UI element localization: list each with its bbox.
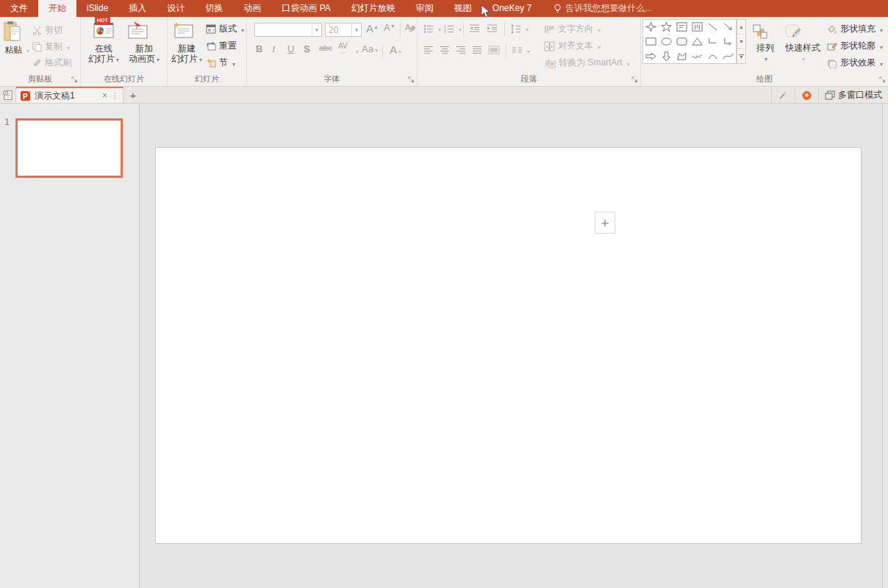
cut-button[interactable]: 剪切	[32, 24, 62, 37]
tab-close-icon[interactable]: ×	[102, 90, 107, 101]
spacing-dropdown[interactable]	[354, 45, 359, 56]
shape-right-arrow[interactable]	[643, 49, 659, 63]
clipboard-dialog-launcher[interactable]	[71, 76, 78, 83]
align-text-button[interactable]: 对齐文本	[544, 40, 601, 52]
numbering-button[interactable]: 123	[444, 24, 462, 34]
slide-canvas[interactable]: +	[155, 147, 862, 544]
magic-wand-button[interactable]	[771, 87, 795, 103]
online-slides-dropdown[interactable]	[115, 54, 119, 64]
section-button[interactable]: 节	[206, 57, 235, 69]
font-dialog-launcher[interactable]	[408, 76, 415, 83]
font-color-button[interactable]: A	[390, 43, 401, 56]
change-case-button[interactable]: Aa	[362, 43, 378, 54]
quick-styles-button[interactable]: 快速样式	[784, 23, 822, 65]
shape-elbow-connector[interactable]	[705, 35, 720, 49]
gallery-more-button[interactable]: ▼	[737, 49, 745, 63]
menu-tab-onekey[interactable]: OneKey 7	[482, 0, 542, 17]
menu-tab-islide[interactable]: iSlide	[76, 0, 118, 17]
new-animation-page-button[interactable]: 新加 动画页	[125, 21, 163, 65]
font-size-select[interactable]: ▾	[325, 23, 362, 37]
drawing-dialog-launcher[interactable]	[879, 76, 886, 83]
reset-button[interactable]: 重置	[206, 40, 237, 52]
shape-elbow-arrow-connector[interactable]	[720, 35, 736, 49]
shape-star5[interactable]	[659, 20, 674, 35]
smartart-dropdown[interactable]	[626, 58, 630, 68]
copy-dropdown[interactable]	[65, 42, 70, 52]
font-size-dropdown[interactable]: ▾	[351, 24, 361, 36]
layout-dropdown[interactable]	[240, 24, 244, 35]
shape-fill-button[interactable]: 形状填充	[826, 23, 883, 35]
shape-text-box[interactable]	[674, 20, 690, 35]
document-tab[interactable]: P 演示文稿1 × ⋮	[16, 87, 123, 103]
shape-rectangle[interactable]	[643, 35, 659, 49]
text-shadow-button[interactable]: S	[304, 43, 310, 54]
shape-vertical-text-box[interactable]	[690, 20, 705, 35]
align-right-button[interactable]	[456, 46, 466, 54]
shape-arc[interactable]	[705, 49, 720, 63]
paste-dropdown[interactable]	[25, 45, 29, 55]
paragraph-dialog-launcher[interactable]	[631, 76, 638, 83]
shape-star4[interactable]	[643, 20, 659, 35]
menu-tab-file[interactable]: 文件	[0, 0, 38, 17]
font-family-dropdown[interactable]: ▾	[312, 24, 321, 36]
menu-tab-view[interactable]: 视图	[444, 0, 482, 17]
shape-triangle[interactable]	[690, 35, 705, 49]
menu-tab-slideshow[interactable]: 幻灯片放映	[341, 0, 406, 17]
shape-oval[interactable]	[659, 35, 674, 49]
tab-menu-icon[interactable]: ⋮	[111, 91, 119, 101]
strikethrough-button[interactable]: abc	[319, 43, 332, 52]
align-center-button[interactable]	[440, 46, 450, 54]
align-text-dropdown[interactable]	[596, 41, 601, 51]
align-left-button[interactable]	[423, 46, 434, 54]
multi-window-button[interactable]: 多窗口模式	[818, 87, 888, 103]
bullets-button[interactable]	[423, 24, 441, 34]
text-direction-dropdown[interactable]	[596, 24, 601, 35]
convert-smartart-button[interactable]: 转换为 SmartArt	[544, 57, 630, 69]
bold-button[interactable]: B	[256, 43, 262, 54]
shape-line[interactable]	[705, 20, 720, 35]
recent-files-button[interactable]	[0, 87, 16, 103]
shape-fill-dropdown[interactable]	[878, 24, 883, 35]
bullets-dropdown[interactable]	[437, 24, 441, 34]
shape-scribble[interactable]	[690, 49, 705, 63]
menu-tab-design[interactable]: 设计	[157, 0, 195, 17]
shape-effects-button[interactable]: 形状效果	[826, 57, 883, 69]
shape-rounded-rectangle[interactable]	[674, 35, 690, 49]
font-color-dropdown[interactable]	[397, 43, 401, 56]
shape-freeform[interactable]	[674, 49, 690, 63]
menu-tab-home[interactable]: 开始	[38, 0, 76, 17]
numbering-dropdown[interactable]	[457, 24, 462, 34]
new-slide-button[interactable]: 新建 幻灯片	[171, 21, 203, 65]
underline-button[interactable]: U	[287, 43, 294, 54]
format-painter-button[interactable]: 格式刷	[32, 57, 71, 69]
font-family-select[interactable]: ▾	[254, 23, 322, 37]
new-tab-button[interactable]: +	[123, 87, 143, 103]
font-size-value[interactable]	[326, 25, 351, 35]
vertical-scrollbar[interactable]	[882, 104, 888, 588]
columns-dropdown[interactable]	[526, 46, 530, 56]
increase-font-button[interactable]: A▲	[366, 22, 379, 35]
char-spacing-button[interactable]: AV ↔	[338, 43, 348, 55]
text-direction-button[interactable]: A 文字方向	[544, 23, 601, 35]
quick-styles-dropdown[interactable]	[801, 53, 805, 63]
italic-button[interactable]: I	[272, 43, 275, 55]
distribute-button[interactable]	[488, 46, 500, 54]
font-family-value[interactable]	[255, 25, 312, 35]
layout-button[interactable]: 版式	[206, 23, 244, 35]
case-dropdown[interactable]	[373, 43, 378, 54]
increase-indent-button[interactable]	[487, 24, 498, 33]
menu-tab-transition[interactable]: 切换	[195, 0, 233, 17]
shape-effects-dropdown[interactable]	[878, 58, 883, 68]
online-slides-button[interactable]: HOT 在线 幻灯片	[85, 21, 122, 65]
shape-outline-button[interactable]: 形状轮廓	[826, 40, 883, 52]
add-content-button[interactable]: +	[595, 212, 615, 234]
shape-outline-dropdown[interactable]	[878, 41, 883, 51]
section-dropdown[interactable]	[231, 58, 235, 68]
line-spacing-button[interactable]	[510, 24, 529, 34]
arrange-dropdown[interactable]	[763, 53, 767, 63]
settings-gear-button[interactable]	[795, 87, 818, 103]
line-spacing-dropdown[interactable]	[524, 24, 529, 34]
copy-button[interactable]: 复制	[32, 40, 70, 53]
decrease-indent-button[interactable]	[469, 24, 480, 33]
menu-tab-pocket-animation[interactable]: 口袋动画 PA	[271, 0, 340, 17]
